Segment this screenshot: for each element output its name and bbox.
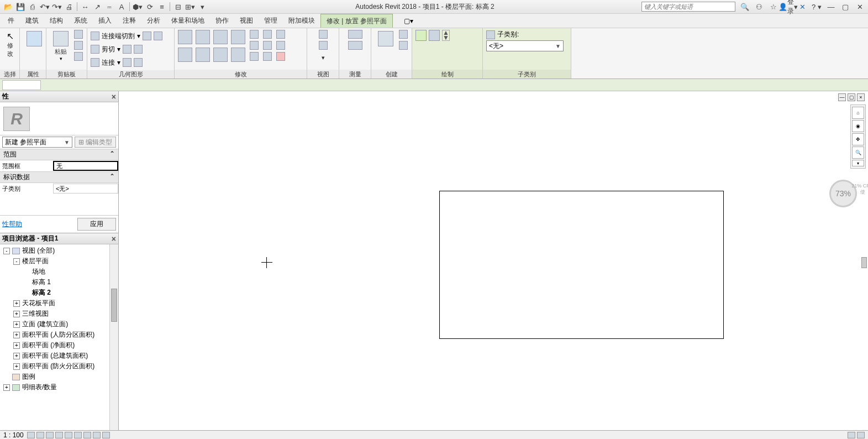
tree-node[interactable]: +天花板平面: [1, 298, 117, 309]
tree-node[interactable]: +面积平面 (总建筑面积): [1, 351, 117, 361]
open-icon[interactable]: 📂: [2, 1, 14, 12]
nav-more-icon[interactable]: ▾: [852, 160, 864, 166]
paste-button[interactable]: 粘贴▾: [50, 30, 72, 62]
status-workset-icon[interactable]: [848, 432, 855, 438]
tree-node[interactable]: +面积平面 (防火分区面积): [1, 361, 117, 372]
nav-zoom-icon[interactable]: 🔍: [852, 147, 864, 159]
tree-node[interactable]: -楼层平面: [1, 256, 117, 266]
text-icon[interactable]: A: [115, 1, 128, 12]
line-draw-icon[interactable]: [415, 30, 427, 41]
help-icon[interactable]: ? ▾: [811, 1, 823, 12]
undo-icon[interactable]: ↶▾: [39, 1, 51, 12]
pin-icon[interactable]: [250, 41, 259, 50]
align-dim-icon[interactable]: ↗: [91, 1, 103, 12]
maximize-icon[interactable]: ▢: [839, 1, 851, 12]
tree-scrollbar[interactable]: [109, 244, 118, 430]
print-icon[interactable]: 🖨: [63, 1, 75, 12]
cut-aux2-icon[interactable]: [134, 45, 143, 54]
unpin-icon[interactable]: [263, 41, 272, 50]
copy-icon[interactable]: [196, 48, 210, 62]
tab-systems[interactable]: 系统: [69, 14, 93, 28]
cut-aux-icon[interactable]: [123, 45, 131, 54]
scale-display[interactable]: 1 : 100: [3, 431, 24, 439]
tree-node[interactable]: 标高 2: [1, 288, 117, 298]
browser-close-icon[interactable]: ×: [112, 234, 116, 243]
status-crop-icon[interactable]: [65, 432, 72, 438]
align-icon[interactable]: [178, 30, 192, 44]
section-icon[interactable]: ⟳: [144, 1, 156, 12]
copyclip-icon[interactable]: [74, 41, 83, 50]
pick-line-icon[interactable]: [429, 30, 440, 41]
tab-manage[interactable]: 管理: [259, 14, 283, 28]
tree-toggle-icon[interactable]: +: [13, 300, 20, 307]
override-icon[interactable]: [319, 41, 328, 50]
offset-icon[interactable]: [196, 30, 210, 44]
play-control[interactable]: ▢▾: [404, 14, 413, 28]
group-icon[interactable]: [399, 41, 408, 50]
split-icon[interactable]: [276, 30, 285, 39]
cope-button[interactable]: 连接端切割 ▾: [91, 30, 171, 42]
status-visual-icon[interactable]: [36, 432, 44, 438]
tab-file[interactable]: 件: [2, 14, 20, 28]
save-icon[interactable]: 💾: [14, 1, 27, 12]
browser-tree[interactable]: -视图 (全部)-楼层平面场地标高 1标高 2+天花板平面+三维视图+立面 (建…: [0, 244, 118, 430]
tree-toggle-icon[interactable]: -: [13, 258, 20, 265]
cut-button[interactable]: 剪切 ▾: [91, 43, 171, 55]
apply-button[interactable]: 应用: [77, 218, 116, 231]
tab-analyze[interactable]: 分析: [141, 14, 166, 28]
trimext-icon[interactable]: [276, 41, 285, 50]
tree-node[interactable]: +立面 (建筑立面): [1, 319, 117, 330]
offset-spinner[interactable]: ▲▼: [442, 30, 450, 41]
status-reveal-icon[interactable]: [83, 432, 91, 438]
splitgap-icon[interactable]: [250, 52, 259, 61]
trim-icon[interactable]: [231, 48, 245, 62]
minimize-icon[interactable]: —: [825, 1, 837, 12]
status-hide-icon[interactable]: [74, 432, 82, 438]
qat-dropdown-icon[interactable]: ▾: [196, 1, 208, 12]
family-icon[interactable]: [399, 30, 408, 39]
tab-insert[interactable]: 插入: [93, 14, 117, 28]
mirror-axis-icon[interactable]: [213, 30, 228, 44]
search-input[interactable]: [641, 2, 735, 12]
tab-arch[interactable]: 建筑: [20, 14, 44, 28]
tree-toggle-icon[interactable]: +: [13, 342, 20, 349]
rotate-icon[interactable]: [213, 48, 228, 62]
tree-node[interactable]: 场地: [1, 266, 117, 277]
subcat-combo[interactable]: <无>▼: [486, 40, 564, 51]
delete-icon[interactable]: [276, 52, 285, 61]
drawing-canvas[interactable]: — ▢ × ⌂ ◉ ✥ 🔍 ▾ 73% 21% CPU使: [119, 91, 868, 430]
measure-dim-icon[interactable]: [348, 41, 362, 50]
match-icon[interactable]: [74, 52, 83, 61]
search-go-icon[interactable]: 🔍: [739, 1, 751, 12]
cope-aux2-icon[interactable]: [154, 32, 162, 40]
sync-icon[interactable]: ⎙: [27, 1, 39, 12]
nav-pan-icon[interactable]: ✥: [852, 133, 864, 145]
cutclip-icon[interactable]: [74, 30, 83, 39]
join-aux-icon[interactable]: [123, 58, 131, 67]
properties-button[interactable]: [23, 30, 45, 49]
status-edit-icon[interactable]: [857, 432, 865, 438]
tree-node[interactable]: +面积平面 (净面积): [1, 340, 117, 351]
tree-toggle-icon[interactable]: +: [13, 311, 20, 317]
status-sun-icon[interactable]: [46, 432, 54, 438]
default3d-icon[interactable]: ⬢▾: [131, 1, 144, 12]
measure-ruler-icon[interactable]: [348, 30, 362, 39]
tree-toggle-icon[interactable]: +: [13, 321, 20, 328]
canvas-scrollbar-v[interactable]: [861, 202, 868, 419]
view-min-icon[interactable]: —: [838, 93, 846, 101]
options-slot[interactable]: [2, 80, 41, 90]
tab-collab[interactable]: 协作: [210, 14, 234, 28]
properties-close-icon[interactable]: ×: [112, 92, 116, 101]
status-shadow-icon[interactable]: [55, 432, 63, 438]
tree-toggle-icon[interactable]: +: [13, 332, 20, 338]
type-selector[interactable]: 新建 参照平面▼: [2, 137, 72, 148]
tree-node[interactable]: +三维视图: [1, 309, 117, 319]
tab-annotate[interactable]: 注释: [117, 14, 141, 28]
tree-toggle-icon[interactable]: +: [13, 353, 20, 359]
hideiso-icon[interactable]: [319, 30, 328, 39]
redo-icon[interactable]: ↷▾: [51, 1, 63, 12]
tree-node[interactable]: +明细表/数量: [1, 382, 117, 393]
switch-win-icon[interactable]: ⊞▾: [184, 1, 196, 12]
close-icon[interactable]: ✕: [854, 1, 866, 12]
tree-node[interactable]: +面积平面 (人防分区面积): [1, 330, 117, 340]
